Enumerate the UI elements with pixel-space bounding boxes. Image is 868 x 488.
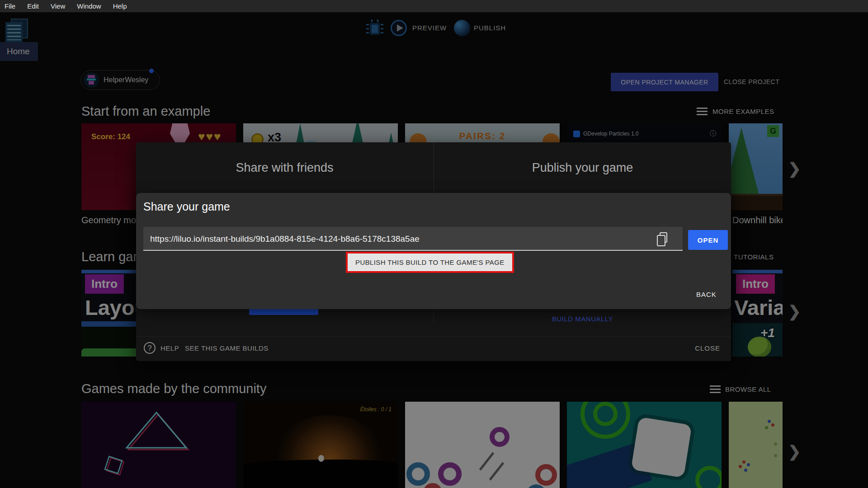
copy-front-rect xyxy=(657,235,665,246)
app-window: PREVIEW PUBLISH Home HelperWesley OPEN P… xyxy=(0,0,868,488)
menubar: File Edit View Window Help xyxy=(0,0,868,12)
copy-icon[interactable] xyxy=(656,232,670,247)
build-url-field[interactable]: https://liluo.io/instant-builds/9b1a0884… xyxy=(143,227,683,251)
menu-file[interactable]: File xyxy=(5,2,15,10)
menu-view[interactable]: View xyxy=(51,2,65,10)
menu-edit[interactable]: Edit xyxy=(27,2,39,10)
back-button[interactable]: BACK xyxy=(696,291,717,298)
open-build-button[interactable]: OPEN xyxy=(688,230,728,250)
build-url-value: https://liluo.io/instant-builds/9b1a0884… xyxy=(150,234,420,244)
annotation-highlight-box: PUBLISH THIS BUILD TO THE GAME'S PAGE xyxy=(346,252,514,273)
share-your-game-panel: Share your game https://liluo.io/instant… xyxy=(136,193,731,309)
menu-window[interactable]: Window xyxy=(77,2,101,10)
publish-this-build-button[interactable]: PUBLISH THIS BUILD TO THE GAME'S PAGE xyxy=(348,253,512,271)
menu-help[interactable]: Help xyxy=(113,2,127,10)
panel-title: Share your game xyxy=(143,200,230,213)
